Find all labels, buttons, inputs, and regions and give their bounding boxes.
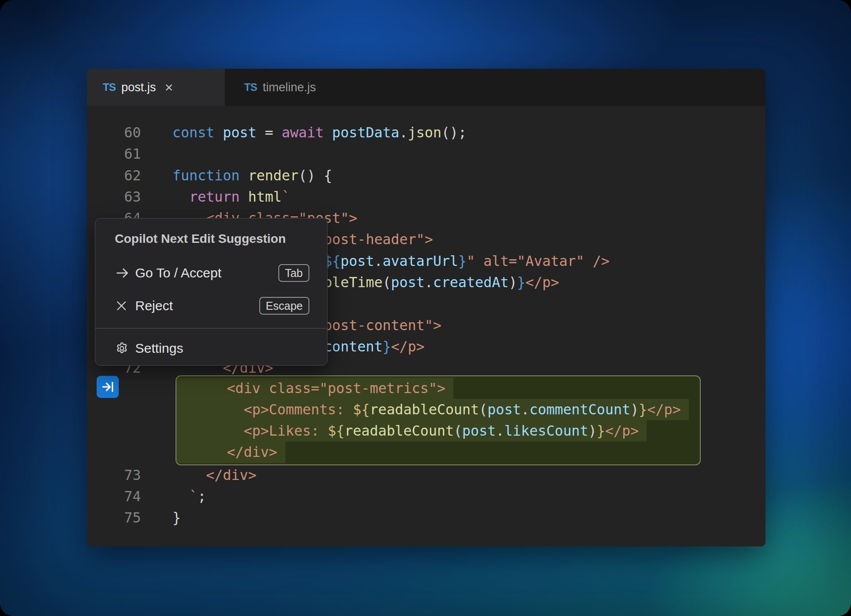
token: </div> [172,467,257,483]
x-icon [115,299,135,312]
token: return [189,189,248,205]
line-number: 74 [87,486,141,507]
token: ) [630,402,639,417]
token: readableCount [370,402,479,417]
goto-accept-item[interactable]: Go To / Accept Tab [95,257,327,289]
token: = [257,125,282,140]
popup-title: Copilot Next Edit Suggestion [95,218,327,257]
line-number: 62 [87,165,141,186]
reject-label: Reject [135,298,173,313]
token: const [172,125,223,140]
code-text: const post = await postData.json(); [172,125,467,140]
token: likesCount [504,423,589,439]
token: content [324,339,383,355]
token: } [639,402,647,417]
token: . [399,125,408,140]
token: . [521,402,530,417]
token: (); [441,125,467,140]
suggestion-code-line: <div class="post-metrics"> [176,378,700,399]
token: post [391,274,425,290]
tab-label: post.js [121,81,156,94]
token: ( [479,402,488,417]
token: </p> [391,339,425,355]
code-line: 63 return html` [87,186,765,207]
token: } [383,339,391,355]
line-number: 73 [87,464,141,486]
code-line: 73 </div> [87,464,765,486]
copilot-suggestion-popup: Copilot Next Edit Suggestion Go To / Acc… [95,218,328,366]
token: . [425,274,433,290]
token: </p> [605,423,639,439]
settings-item[interactable]: Settings [95,329,327,368]
token: post [462,423,496,439]
token [172,189,189,205]
suggestion-highlight: </div> [176,441,285,463]
line-number: 63 [87,186,141,207]
line-number: 60 [87,122,141,143]
token: commentCount [530,402,631,417]
code-text: </div> [172,467,257,483]
token: ( [383,274,391,290]
goto-accept-label: Go To / Accept [135,265,222,281]
token: ${ [353,402,370,417]
editor-window: TS post.js × TS timeline.js 60const post… [87,69,765,546]
token: ` [172,488,198,504]
tab-timeline-js[interactable]: TS timeline.js [225,69,377,106]
gear-icon [115,341,135,355]
token: . [496,423,504,439]
reject-item[interactable]: Reject Escape [95,289,327,322]
token: ` [282,189,290,205]
token: <p>Comments: [176,402,353,417]
escape-key-badge: Escape [259,297,309,315]
code-text: function render() { [172,168,332,183]
code-text: } [172,510,181,526]
code-line: 74 `; [87,486,765,507]
token: ) [509,274,517,290]
token: html [248,189,282,205]
tab-bar: TS post.js × TS timeline.js [87,69,765,106]
suggestion-highlight: <div class="post-metrics"> [176,378,453,399]
suggestion-code-line: </div> [176,441,700,463]
token: ) [588,423,597,439]
code-line: 75} [87,507,765,528]
token: render [248,168,299,183]
token: createdAt [433,274,509,290]
token: </div> [176,444,277,460]
token: } [458,253,467,269]
line-number: 61 [87,143,141,164]
token: readableCount [344,423,454,439]
arrow-to-bar-icon [101,380,115,394]
token: <p>Likes: [176,423,328,439]
copilot-suggestion-block[interactable]: <div class="post-metrics"> <p>Comments: … [176,375,701,465]
tab-label: timeline.js [263,81,316,94]
token: } [597,423,605,439]
suggestion-highlight: <p>Comments: ${readableCount(post.commen… [176,399,689,420]
token: avatarUrl [383,253,458,269]
token: await [282,125,332,140]
token: } [517,274,526,290]
token: function [172,168,248,183]
token: " alt="Avatar" /> [467,253,609,269]
token: <div class="post-metrics"> [176,380,445,396]
arrow-right-icon [115,265,135,281]
token: () { [298,168,332,183]
code-line: 60const post = await postData.json(); [87,122,765,143]
suggestion-highlight: <p>Likes: ${readableCount(post.likesCoun… [176,420,647,441]
tab-post-js[interactable]: TS post.js × [87,69,225,106]
copilot-nes-gutter-icon[interactable] [97,376,119,398]
code-lines-bottom: 73 </div>74 `;75} [87,464,765,529]
close-tab-icon[interactable]: × [165,80,173,94]
suggestion-code-line: <p>Comments: ${readableCount(post.commen… [176,399,700,420]
typescript-icon: TS [244,81,257,94]
token: ( [454,423,462,439]
token: post [223,125,257,140]
settings-label: Settings [135,341,183,356]
token: ${ [328,423,344,439]
token: </p> [647,402,681,417]
typescript-icon: TS [103,81,116,94]
line-number: 75 [87,507,141,528]
code-text: `; [172,488,206,504]
code-text: return html` [172,189,290,205]
token: json [408,125,441,140]
token: postData [332,125,399,140]
